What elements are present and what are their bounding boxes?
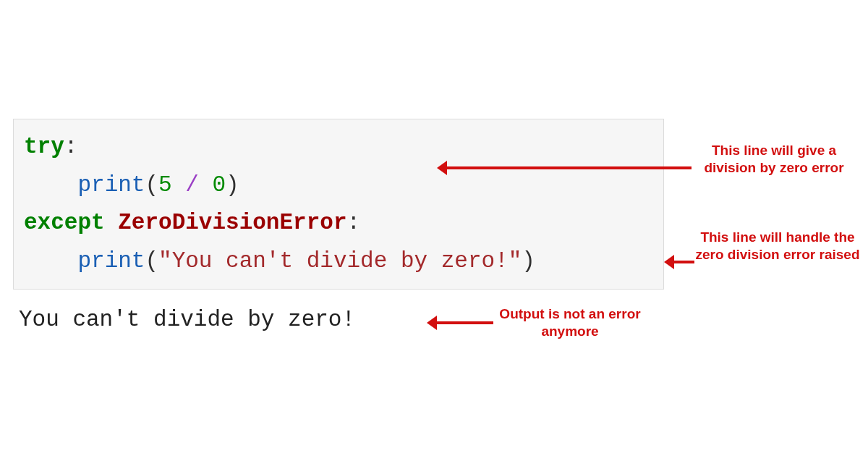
literal-0: 0 <box>212 172 226 198</box>
keyword-except: except <box>24 210 105 235</box>
fn-print: print <box>77 248 145 274</box>
code-line-2: print(5 / 0) <box>24 166 653 205</box>
operator-divide: / <box>185 172 199 198</box>
space <box>172 172 186 198</box>
annotation-2: This line will handle the zero division … <box>694 229 861 263</box>
space <box>105 210 119 235</box>
arrow-icon <box>673 261 694 263</box>
literal-5: 5 <box>158 172 172 198</box>
rparen: ) <box>522 248 535 274</box>
exception-name: ZeroDivisionError <box>118 210 346 235</box>
space <box>199 172 213 198</box>
lparen: ( <box>145 248 158 274</box>
code-line-1: try: <box>24 128 653 166</box>
code-line-3: except ZeroDivisionError: <box>24 204 653 242</box>
rparen: ) <box>226 172 239 198</box>
string-literal: "You can't divide by zero!" <box>158 248 522 274</box>
colon: : <box>64 134 78 159</box>
keyword-try: try <box>24 134 64 159</box>
output-text: You can't divide by zero! <box>19 307 355 332</box>
indent <box>24 248 77 274</box>
code-line-4: print("You can't divide by zero!") <box>24 242 653 281</box>
annotation-1: This line will give a division by zero e… <box>694 142 854 177</box>
code-block: try: print(5 / 0) except ZeroDivisionErr… <box>13 119 664 290</box>
fn-print: print <box>77 172 145 198</box>
lparen: ( <box>145 172 158 198</box>
annotation-3: Output is not an error anymore <box>498 305 642 340</box>
arrow-icon <box>446 166 692 169</box>
colon: : <box>347 210 361 235</box>
arrow-icon <box>435 321 493 324</box>
indent <box>24 172 77 198</box>
